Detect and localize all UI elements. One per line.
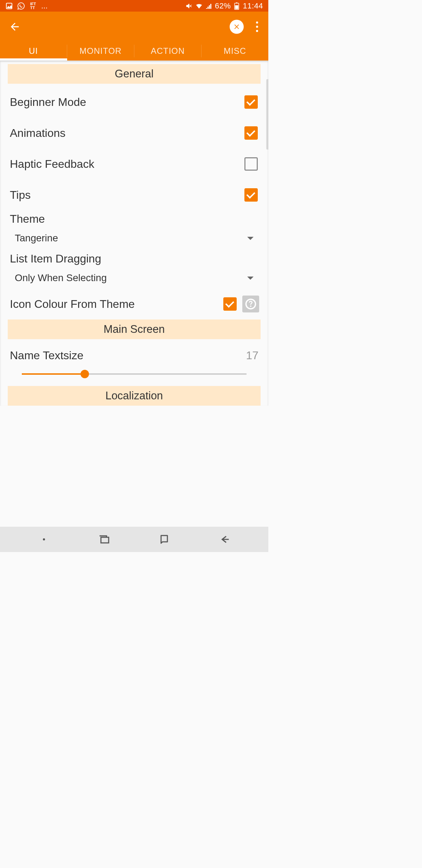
tab-ui[interactable]: UI bbox=[0, 42, 67, 61]
name-textsize-value: 17 bbox=[246, 349, 258, 362]
nav-bar bbox=[0, 527, 268, 552]
list-dragging-dropdown[interactable]: Only When Selecting bbox=[10, 271, 258, 289]
setting-theme: Theme Tangerine bbox=[0, 210, 268, 250]
list-dragging-label: List Item Dragging bbox=[10, 252, 258, 265]
svg-rect-3 bbox=[235, 5, 238, 9]
tab-misc[interactable]: MISC bbox=[202, 42, 268, 61]
icon-colour-checkbox[interactable] bbox=[223, 297, 237, 311]
battery-percent: 62% bbox=[215, 1, 231, 11]
whatsapp-icon bbox=[17, 2, 25, 10]
theme-dropdown[interactable]: Tangerine bbox=[10, 231, 258, 249]
more-icon: ... bbox=[41, 1, 47, 11]
content: General Beginner Mode Animations Haptic … bbox=[0, 61, 268, 406]
chevron-down-icon bbox=[247, 277, 254, 280]
setting-beginner-mode[interactable]: Beginner Mode bbox=[0, 87, 268, 118]
tabs: UI MONITOR ACTION MISC bbox=[0, 42, 268, 61]
nav-back-button[interactable] bbox=[217, 532, 231, 546]
setting-animations[interactable]: Animations bbox=[0, 118, 268, 148]
status-left: IFTTT ... bbox=[5, 1, 47, 11]
help-button[interactable] bbox=[242, 296, 259, 312]
nav-dot[interactable] bbox=[37, 532, 51, 546]
theme-label: Theme bbox=[10, 213, 258, 226]
setting-haptic-feedback[interactable]: Haptic Feedback bbox=[0, 148, 268, 179]
animations-checkbox[interactable] bbox=[244, 126, 258, 140]
tips-checkbox[interactable] bbox=[244, 188, 258, 202]
tips-label: Tips bbox=[10, 189, 244, 202]
image-icon bbox=[5, 2, 13, 10]
setting-tips[interactable]: Tips bbox=[0, 179, 268, 210]
theme-value: Tangerine bbox=[15, 233, 247, 244]
chevron-down-icon bbox=[247, 237, 254, 240]
icon-colour-label: Icon Colour From Theme bbox=[10, 298, 223, 311]
tab-monitor[interactable]: MONITOR bbox=[67, 42, 134, 61]
app-bar bbox=[0, 12, 268, 42]
clock: 11:44 bbox=[243, 1, 263, 11]
mute-icon bbox=[185, 2, 193, 10]
ifttt-icon: IFTTT bbox=[29, 2, 37, 10]
list-dragging-value: Only When Selecting bbox=[15, 272, 247, 284]
haptic-feedback-checkbox[interactable] bbox=[244, 157, 258, 171]
battery-icon bbox=[233, 2, 241, 10]
wifi-icon bbox=[195, 2, 203, 10]
setting-icon-colour[interactable]: Icon Colour From Theme bbox=[0, 290, 268, 319]
section-main-screen: Main Screen bbox=[8, 319, 261, 339]
svg-rect-2 bbox=[236, 2, 237, 3]
setting-list-dragging: List Item Dragging Only When Selecting bbox=[0, 250, 268, 290]
beginner-mode-label: Beginner Mode bbox=[10, 96, 244, 109]
close-button[interactable] bbox=[230, 20, 244, 34]
name-textsize-label: Name Textsize bbox=[10, 349, 246, 362]
animations-label: Animations bbox=[10, 127, 244, 140]
section-localization: Localization bbox=[8, 386, 261, 406]
nav-recents-button[interactable] bbox=[97, 532, 111, 546]
tab-action[interactable]: ACTION bbox=[134, 42, 201, 61]
haptic-feedback-label: Haptic Feedback bbox=[10, 158, 244, 171]
overflow-menu-button[interactable] bbox=[254, 21, 261, 32]
status-right: 62% 11:44 bbox=[185, 1, 263, 11]
section-general: General bbox=[8, 64, 261, 84]
beginner-mode-checkbox[interactable] bbox=[244, 95, 258, 109]
nav-home-button[interactable] bbox=[157, 532, 171, 546]
scrollbar[interactable] bbox=[266, 79, 268, 150]
signal-icon bbox=[205, 2, 213, 10]
setting-name-textsize: Name Textsize 17 bbox=[0, 342, 268, 384]
name-textsize-slider[interactable] bbox=[22, 367, 247, 381]
svg-point-5 bbox=[43, 538, 45, 540]
status-bar: IFTTT ... 62% 11:44 bbox=[0, 0, 268, 12]
tab-indicator bbox=[0, 58, 67, 61]
back-button[interactable] bbox=[8, 20, 22, 34]
